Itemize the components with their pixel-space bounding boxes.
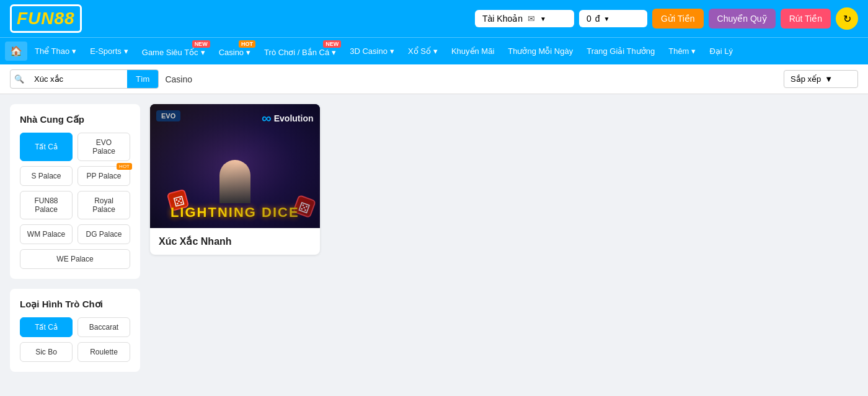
evolution-text: Evolution xyxy=(274,113,314,123)
sort-dropdown[interactable]: Sắp xếp ▼ xyxy=(784,70,858,88)
nav-item-the-thao[interactable]: Thể Thao ▾ xyxy=(29,43,82,59)
nav-item-dai-ly[interactable]: Đại Lý xyxy=(703,43,739,59)
evolution-logo: ∞ Evolution xyxy=(262,110,313,126)
nav-item-khuyen-mai[interactable]: Khuyến Mãi xyxy=(445,43,500,59)
nav-label-them: Thêm xyxy=(668,46,689,56)
nav-item-tro-choi[interactable]: NEW Trò Chơi / Bắn Cá ▾ xyxy=(258,42,342,61)
game-type-filter-sic-bo[interactable]: Sic Bo xyxy=(20,342,73,362)
refresh-button[interactable]: ↻ xyxy=(836,7,858,30)
gui-tien-button[interactable]: Gửi Tiền xyxy=(652,9,704,29)
nav-chevron-3d-casino: ▾ xyxy=(390,46,394,56)
currency-symbol: đ xyxy=(595,14,600,24)
search-input-wrap: 🔍 Tìm xyxy=(10,69,159,89)
content-area: EVO ∞ Evolution xyxy=(150,104,858,382)
header: FUN88 Tài Khoản ✉ ▼ 0 đ ▼ Gửi Tiền Chuyể… xyxy=(0,0,868,37)
main-nav: 🏠 Thể Thao ▾ E-Sports ▾ NEW Game Siêu Tố… xyxy=(0,37,868,64)
nav-chevron-casino: ▾ xyxy=(246,48,250,57)
badge-new-tro-choi: NEW xyxy=(323,40,341,48)
provider-filter-wm-palace[interactable]: WM Palace xyxy=(20,224,73,244)
nav-chevron-esports: ▾ xyxy=(124,46,128,56)
game-card-image-lightning-dice: EVO ∞ Evolution xyxy=(150,104,320,228)
lightning-dice-title: LIGHTNING DICE xyxy=(170,205,299,220)
nav-chevron-xo-so: ▾ xyxy=(433,46,438,56)
nav-chevron-them: ▾ xyxy=(691,46,696,56)
nav-item-thuong-moi-ngay[interactable]: Thưởng Mỗi Ngày xyxy=(502,43,579,59)
provider-filter-s-palace[interactable]: S Palace xyxy=(20,166,73,186)
game-type-filter-baccarat[interactable]: Baccarat xyxy=(78,317,130,337)
game-type-filter-grid: Tất Cả Baccarat Sic Bo Roulette xyxy=(20,317,130,362)
account-dropdown[interactable]: Tài Khoản ✉ ▼ xyxy=(475,10,574,27)
sort-chevron-icon: ▼ xyxy=(825,74,833,84)
nav-item-esports[interactable]: E-Sports ▾ xyxy=(84,43,135,59)
game-name-overlay: LIGHTNING DICE xyxy=(150,205,320,221)
provider-filter-pp-palace[interactable]: HOT PP Palace xyxy=(78,166,130,186)
game-type-section: Loại Hình Trò Chơi Tất Cả Baccarat Sic B… xyxy=(10,289,140,372)
provider-section: Nhà Cung Cấp Tất Cả EVO Palace S Palace … xyxy=(10,104,140,279)
main-layout: Nhà Cung Cấp Tất Cả EVO Palace S Palace … xyxy=(0,94,868,392)
provider-filter-dg-palace[interactable]: DG Palace xyxy=(78,224,130,244)
nav-chevron-the-thao: ▾ xyxy=(72,46,76,56)
nav-label-xo-so: Xổ Số xyxy=(408,46,431,56)
nav-chevron-tro-choi: ▾ xyxy=(332,48,336,57)
evolution-infinity-icon: ∞ xyxy=(262,110,272,126)
game-grid: EVO ∞ Evolution xyxy=(150,104,858,255)
hot-badge-pp-palace: HOT xyxy=(117,163,132,170)
rut-tien-button[interactable]: Rút Tiền xyxy=(781,9,831,29)
nav-chevron-game-sieu-toc: ▾ xyxy=(201,48,205,57)
provider-filter-tat-ca[interactable]: Tất Cả xyxy=(20,133,73,161)
badge-new-game-sieu-toc: NEW xyxy=(192,40,210,48)
balance-value: 0 xyxy=(587,14,591,24)
account-chevron-icon: ▼ xyxy=(540,15,546,22)
provider-filter-we-palace[interactable]: WE Palace xyxy=(20,249,130,269)
nav-item-casino[interactable]: HOT Casino ▾ xyxy=(213,42,257,61)
nav-item-3d-casino[interactable]: 3D Casino ▾ xyxy=(343,43,401,59)
search-icon: 🔍 xyxy=(11,74,28,84)
game-type-section-title: Loại Hình Trò Chơi xyxy=(20,299,130,310)
logo-text: FUN xyxy=(17,9,55,28)
provider-section-title: Nhà Cung Cấp xyxy=(20,114,130,125)
game-type-filter-roulette[interactable]: Roulette xyxy=(78,342,130,362)
dealer-figure xyxy=(219,160,250,203)
search-bar-area: 🔍 Tìm Casino Sắp xếp ▼ xyxy=(0,64,868,94)
nav-label-3d-casino: 3D Casino xyxy=(350,46,388,56)
envelope-icon: ✉ xyxy=(528,14,535,24)
nav-label-khuyen-mai: Khuyến Mãi xyxy=(451,46,494,56)
nav-item-them[interactable]: Thêm ▾ xyxy=(662,43,702,59)
provider-filter-royal-palace[interactable]: Royal Palace xyxy=(78,191,130,219)
nav-label-the-thao: Thể Thao xyxy=(35,46,69,56)
nav-item-trang-giai-thuong[interactable]: Trang Giải Thưởng xyxy=(580,43,661,59)
nav-item-game-sieu-toc[interactable]: NEW Game Siêu Tốc ▾ xyxy=(136,42,211,61)
sidebar: Nhà Cung Cấp Tất Cả EVO Palace S Palace … xyxy=(10,104,140,382)
game-type-filter-tat-ca[interactable]: Tất Cả xyxy=(20,317,73,337)
nav-label-casino: Casino xyxy=(219,48,244,57)
provider-filter-evo-palace[interactable]: EVO Palace xyxy=(78,133,130,161)
account-label: Tài Khoản xyxy=(482,14,523,24)
nav-label-thuong-moi-ngay: Thưởng Mỗi Ngày xyxy=(508,46,573,56)
balance-chevron-icon: ▼ xyxy=(604,15,610,22)
provider-filter-grid: Tất Cả EVO Palace S Palace HOT PP Palace… xyxy=(20,133,130,269)
nav-label-tro-choi: Trò Chơi / Bắn Cá xyxy=(264,48,329,57)
provider-filter-fun88-palace[interactable]: FUN88 Palace xyxy=(20,191,73,219)
game-card-lightning-dice[interactable]: EVO ∞ Evolution xyxy=(150,104,320,255)
search-button[interactable]: Tìm xyxy=(127,70,158,88)
logo[interactable]: FUN88 xyxy=(10,4,82,33)
header-actions: Tài Khoản ✉ ▼ 0 đ ▼ Gửi Tiền Chuyển Quỹ … xyxy=(475,7,858,30)
nav-label-dai-ly: Đại Lý xyxy=(709,46,733,56)
search-input[interactable] xyxy=(28,71,127,87)
balance-dropdown[interactable]: 0 đ ▼ xyxy=(579,10,647,27)
game-card-title-lightning-dice: Xúc Xắc Nhanh xyxy=(150,228,320,255)
nav-item-xo-so[interactable]: Xổ Số ▾ xyxy=(402,43,444,59)
nav-label-esports: E-Sports xyxy=(90,46,122,56)
breadcrumb: Casino xyxy=(165,74,777,84)
evo-badge: EVO xyxy=(156,110,180,121)
logo-num: 88 xyxy=(55,9,75,28)
sort-label: Sắp xếp xyxy=(790,74,821,84)
badge-hot-casino: HOT xyxy=(239,40,255,48)
nav-label-game-sieu-toc: Game Siêu Tốc xyxy=(142,48,198,57)
home-nav-button[interactable]: 🏠 xyxy=(5,42,27,61)
nav-label-trang-giai-thuong: Trang Giải Thưởng xyxy=(587,46,655,56)
chuyen-quy-button[interactable]: Chuyển Quỹ xyxy=(709,9,776,29)
